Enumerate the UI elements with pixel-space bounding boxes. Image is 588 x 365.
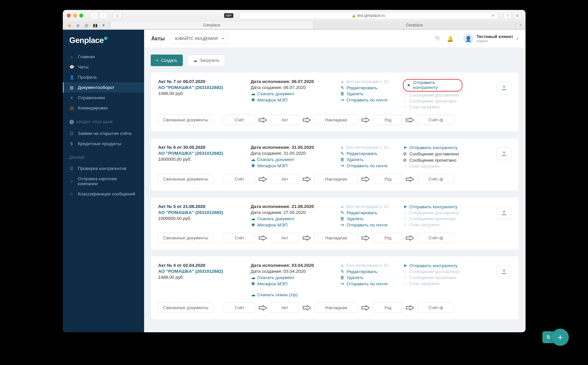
flow-step[interactable]: Счёт xyxy=(224,174,255,184)
send-icon: ➤ xyxy=(403,263,408,268)
url-bar[interactable]: test.genplace.ru⟳ xyxy=(239,12,498,19)
flow-step[interactable]: Счёт xyxy=(224,115,255,125)
edit-link[interactable]: ✎Редактировать xyxy=(340,85,396,90)
sidebar-item[interactable]: ○Отправка карточки компании xyxy=(63,174,144,189)
sidebar-item[interactable]: ☑Проверка контрагентов xyxy=(63,163,144,174)
edit-link[interactable]: ✎Редактировать xyxy=(340,269,396,274)
megafon-link[interactable]: ✱Мегафон МЭП xyxy=(251,97,333,102)
send-mail-link[interactable]: ↪Отправить по почте xyxy=(340,281,396,286)
org-select[interactable]: ЮФАЙТС АКАДЕМИЯ xyxy=(171,34,228,44)
upload-button[interactable]: ☁Загрузить xyxy=(187,55,225,66)
bookmark-icons[interactable]: ◆ a ◎ ▮▮ ✦ xyxy=(63,21,110,29)
send-counterparty-link[interactable]: ➤Отправить контрагенту xyxy=(403,204,462,209)
flow-step[interactable]: Упд xyxy=(373,233,402,243)
arrow-icon xyxy=(361,305,371,311)
browser-tab[interactable]: Genplace xyxy=(110,21,313,29)
bell-icon[interactable]: 🔔 xyxy=(447,35,453,42)
flow-step[interactable]: Накладная xyxy=(314,233,358,243)
no-integration: ▲Без интеграции с 1С xyxy=(340,263,396,268)
avatar: 👤 xyxy=(463,34,473,44)
related-docs-button[interactable]: Связанные документы xyxy=(158,303,214,313)
browser-tab[interactable]: Genplace xyxy=(313,21,516,29)
chat-icon: 💬 xyxy=(69,65,74,69)
act-company[interactable]: АО "РОМАШКА" (2631012682) xyxy=(158,210,244,215)
sidebar-toggle[interactable]: ◫ xyxy=(113,12,122,19)
flow-step[interactable]: Счёт-ф xyxy=(417,115,454,125)
arrow-icon xyxy=(361,117,371,123)
delete-link[interactable]: 🗑Удалить xyxy=(340,91,396,96)
act-company[interactable]: АО "РОМАШКА" (2631012682) xyxy=(158,151,244,156)
fab-add[interactable]: + xyxy=(552,329,569,342)
sidebar-item[interactable]: ▤Документооборот xyxy=(63,82,144,93)
sidebar-item[interactable]: 👤Профиль xyxy=(63,72,144,82)
flow-step[interactable]: Упд xyxy=(373,174,402,184)
share-icon: ↪ xyxy=(340,222,345,227)
sidebar-item[interactable]: $Кредитные продукты xyxy=(63,139,144,149)
flow-step[interactable]: Упд xyxy=(373,115,402,125)
sidebar-item[interactable]: ⌂Главная xyxy=(63,52,144,62)
act-company[interactable]: АО "РОМАШКА" (2631012682) xyxy=(158,269,244,274)
forward-button[interactable]: › xyxy=(99,12,108,19)
minimize-icon[interactable] xyxy=(73,14,77,18)
delete-link[interactable]: 🗑Удалить xyxy=(340,216,396,221)
edit-link[interactable]: ✎Редактировать xyxy=(340,210,396,215)
flow-step[interactable]: Счёт xyxy=(224,303,255,313)
flow-step[interactable]: Упд xyxy=(373,303,402,313)
related-docs-button[interactable]: Связанные документы xyxy=(158,115,214,125)
maximize-icon[interactable] xyxy=(79,14,83,18)
related-docs-button[interactable]: Связанные документы xyxy=(158,174,214,184)
download-scans-link[interactable]: ☁Скачать сканы (zip) xyxy=(251,292,333,297)
send-counterparty-link[interactable]: ➤Отправить контрагенту xyxy=(407,80,458,90)
flow-step[interactable]: Накладная xyxy=(314,174,358,184)
megafon-link[interactable]: ✱Мегафон МЭП xyxy=(251,281,333,286)
date-exec: Дата исполнения: 21.08.2020 xyxy=(251,204,333,209)
flow-step[interactable]: Акт xyxy=(270,115,299,125)
send-mail-link[interactable]: ↪Отправить по почте xyxy=(340,163,396,168)
download-link[interactable]: ☁Скачать документ xyxy=(251,216,333,221)
sidebar-item[interactable]: 💼Командировки xyxy=(63,103,144,113)
upload-scan-button[interactable] xyxy=(497,265,511,278)
flow-step[interactable]: Акт xyxy=(270,303,299,313)
upload-scan-button[interactable] xyxy=(497,147,511,160)
back-button[interactable]: ‹ xyxy=(90,12,98,19)
send-counterparty-link[interactable]: ➤Отправить контрагенту xyxy=(403,263,462,268)
help-icon[interactable]: ?⃝ xyxy=(434,35,441,42)
tabs-icon[interactable]: ⧉ xyxy=(514,12,522,19)
flow-step[interactable]: Счёт-ф xyxy=(417,303,454,313)
send-counterparty-link[interactable]: ➤Отправить контрагенту xyxy=(403,145,462,150)
megafon-link[interactable]: ✱Мегафон МЭП xyxy=(251,222,333,227)
send-mail-link[interactable]: ↪Отправить по почте xyxy=(340,97,396,102)
delete-link[interactable]: 🗑Удалить xyxy=(340,157,396,162)
download-link[interactable]: ☁Скачать документ xyxy=(251,91,333,96)
upload-scan-button[interactable] xyxy=(497,82,511,94)
sidebar-item[interactable]: 💬Чаты xyxy=(63,62,144,72)
sidebar-item[interactable]: ≡Справочники xyxy=(63,93,144,103)
flow-step[interactable]: Акт xyxy=(270,174,299,184)
refresh-icon[interactable]: ⟳ xyxy=(491,13,495,18)
flow-step[interactable]: Накладная xyxy=(314,303,358,313)
arrow-icon xyxy=(405,235,415,241)
flow-step[interactable]: Счёт-ф xyxy=(417,174,454,184)
edit-link[interactable]: ✎Редактировать xyxy=(340,151,396,156)
flow-step[interactable]: Акт xyxy=(270,233,299,243)
share-icon[interactable]: ⇪ xyxy=(504,12,512,19)
flow-step[interactable]: Счёт-ф xyxy=(417,233,454,243)
flow-step[interactable]: Счёт xyxy=(224,233,255,243)
sidebar-item[interactable]: ☷Заявки на открытие счёта xyxy=(63,128,144,139)
related-docs-button[interactable]: Связанные документы xyxy=(158,233,214,243)
window-controls[interactable] xyxy=(67,14,83,18)
download-link[interactable]: ☁Скачать документ xyxy=(251,157,333,162)
act-company[interactable]: АО "РОМАШКА" (2631012682) xyxy=(158,85,244,90)
close-icon[interactable] xyxy=(67,14,71,18)
download-link[interactable]: ☁Скачать документ xyxy=(251,275,333,280)
delete-link[interactable]: 🗑Удалить xyxy=(340,275,396,280)
send-mail-link[interactable]: ↪Отправить по почте xyxy=(340,222,396,227)
megafon-link[interactable]: ✱Мегафон МЭП xyxy=(251,163,333,168)
arrow-icon xyxy=(258,117,268,123)
flow-step[interactable]: Накладная xyxy=(314,115,358,125)
sidebar-item[interactable]: ☆Классификация сообщений xyxy=(63,189,144,199)
new-tab-button[interactable]: + xyxy=(516,21,526,29)
user-menu[interactable]: 👤 Тестовый клиент клиент ▾ xyxy=(463,34,518,44)
create-button[interactable]: +Создать xyxy=(151,55,183,66)
upload-scan-button[interactable] xyxy=(497,207,511,219)
